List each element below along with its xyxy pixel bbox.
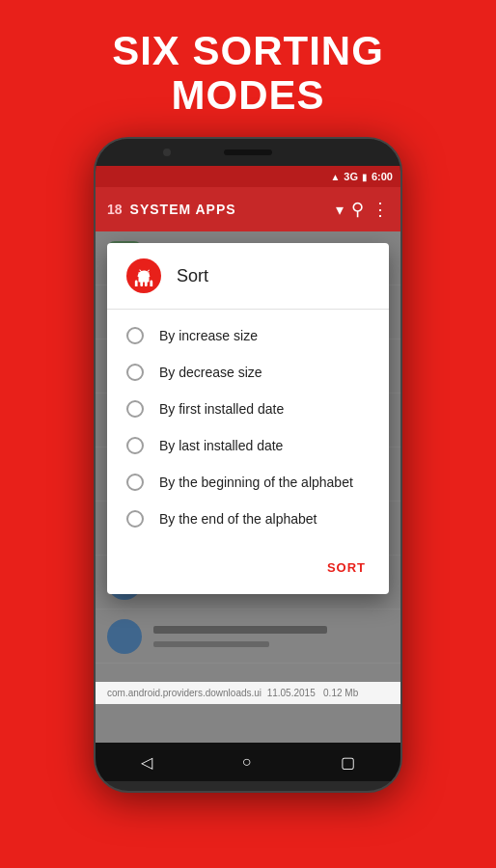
radio-circle-3[interactable] bbox=[126, 437, 144, 454]
network-label: 3G bbox=[344, 171, 358, 182]
wifi-icon: ▲ bbox=[330, 172, 340, 182]
battery-icon: ▮ bbox=[362, 172, 368, 182]
radio-label-2: By first installed date bbox=[159, 401, 284, 417]
dialog-android-icon bbox=[126, 258, 161, 293]
radio-label-4: By the beginning of the alphabet bbox=[159, 475, 353, 490]
radio-circle-1[interactable] bbox=[126, 364, 144, 381]
radio-option-0[interactable]: By increase size bbox=[107, 317, 389, 354]
radio-label-0: By increase size bbox=[159, 328, 258, 343]
app-title: SYSTEM APPS bbox=[130, 202, 328, 217]
radio-circle-2[interactable] bbox=[126, 400, 144, 418]
app-count: 18 bbox=[107, 202, 123, 217]
phone-top-bar bbox=[96, 139, 400, 166]
dropdown-arrow-icon[interactable]: ▾ bbox=[336, 201, 344, 219]
app-toolbar: 18 SYSTEM APPS ▾ ⚲ ⋮ bbox=[96, 187, 400, 231]
radio-option-4[interactable]: By the beginning of the alphabet bbox=[107, 464, 389, 501]
radio-option-2[interactable]: By first installed date bbox=[107, 391, 389, 427]
header-line2: MODES bbox=[171, 72, 324, 118]
radio-option-5[interactable]: By the end of the alphabet bbox=[107, 501, 389, 537]
phone-screen: Sort By increase size By decrease size B… bbox=[96, 231, 400, 743]
search-icon[interactable]: ⚲ bbox=[351, 199, 364, 220]
bottom-info: com.android.providers.downloads.ui 11.05… bbox=[96, 682, 400, 704]
radio-circle-4[interactable] bbox=[126, 474, 144, 491]
phone: ▲ 3G ▮ 6:00 18 SYSTEM APPS ▾ ⚲ ⋮ bbox=[94, 137, 402, 793]
sort-confirm-button[interactable]: SORT bbox=[319, 553, 373, 583]
radio-option-3[interactable]: By last installed date bbox=[107, 427, 389, 464]
package-name: com.android.providers.downloads.ui bbox=[107, 688, 262, 698]
dialog-options: By increase size By decrease size By fir… bbox=[107, 310, 389, 545]
status-bar: ▲ 3G ▮ 6:00 bbox=[96, 166, 400, 187]
back-button[interactable]: ◁ bbox=[141, 753, 152, 772]
phone-speaker bbox=[224, 149, 272, 155]
dialog-title: Sort bbox=[177, 266, 208, 286]
radio-label-3: By last installed date bbox=[159, 438, 283, 453]
home-button[interactable]: ○ bbox=[242, 753, 252, 771]
app-size: 0.12 Mb bbox=[323, 688, 358, 698]
radio-label-1: By decrease size bbox=[159, 365, 262, 380]
phone-nav-bar: ◁ ○ ▢ bbox=[96, 743, 400, 781]
phone-camera bbox=[163, 149, 171, 156]
dialog-header: Sort bbox=[107, 243, 389, 310]
radio-option-1[interactable]: By decrease size bbox=[107, 354, 389, 391]
recent-button[interactable]: ▢ bbox=[341, 753, 355, 772]
header-text: SIX SORTING MODES bbox=[112, 29, 384, 118]
header-line1: SIX SORTING bbox=[112, 28, 384, 73]
more-options-icon[interactable]: ⋮ bbox=[372, 199, 389, 220]
radio-label-5: By the end of the alphabet bbox=[159, 511, 317, 527]
radio-circle-0[interactable] bbox=[126, 327, 144, 344]
sort-dialog: Sort By increase size By decrease size B… bbox=[107, 243, 389, 594]
radio-circle-5[interactable] bbox=[126, 510, 144, 528]
time-label: 6:00 bbox=[372, 171, 393, 182]
dialog-actions: SORT bbox=[107, 545, 389, 594]
app-date: 11.05.2015 bbox=[267, 688, 316, 698]
